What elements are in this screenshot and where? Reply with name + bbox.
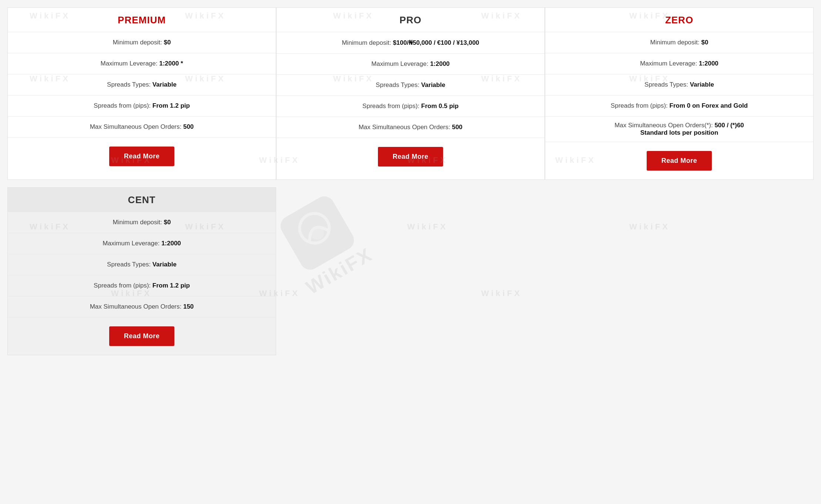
zero-spreads-types-value: Variable <box>690 81 714 88</box>
pro-card-header: PRO <box>277 8 544 32</box>
pro-max-leverage-value: 1:2000 <box>430 60 450 67</box>
cent-min-deposit-value: $0 <box>164 219 171 226</box>
zero-card: ZERO Minimum deposit: $0 Maximum Leverag… <box>545 7 814 180</box>
premium-max-orders-row: Max Simultaneous Open Orders: 500 <box>8 117 276 138</box>
pro-max-leverage-label: Maximum Leverage: <box>371 60 430 67</box>
empty-slot-1 <box>276 187 545 355</box>
cent-max-leverage-value: 1:2000 <box>161 240 181 247</box>
cent-spreads-types-row: Spreads Types: Variable <box>8 254 276 275</box>
pro-spreads-types-row: Spreads Types: Variable <box>277 75 544 96</box>
pro-max-orders-label: Max Simultaneous Open Orders: <box>359 124 452 131</box>
premium-max-orders-value: 500 <box>183 123 194 130</box>
zero-min-deposit-row: Minimum deposit: $0 <box>545 32 813 53</box>
zero-max-orders-label: Max Simultaneous Open Orders(*): <box>614 122 714 129</box>
zero-title: ZERO <box>665 14 693 26</box>
cent-read-more-button[interactable]: Read More <box>109 326 175 346</box>
zero-min-deposit-value: $0 <box>701 39 708 46</box>
zero-read-more-button[interactable]: Read More <box>647 151 712 171</box>
premium-title: PREMIUM <box>118 14 166 26</box>
cent-card: CENT Minimum deposit: $0 Maximum Leverag… <box>7 187 276 355</box>
premium-max-leverage-row: Maximum Leverage: 1:2000 * <box>8 53 276 74</box>
pro-title: PRO <box>399 14 421 26</box>
zero-max-leverage-label: Maximum Leverage: <box>640 60 699 67</box>
pro-spreads-types-value: Variable <box>421 81 445 88</box>
pro-min-deposit-label: Minimum deposit: <box>342 39 393 46</box>
pro-read-more-button[interactable]: Read More <box>378 147 443 167</box>
cent-spreads-types-value: Variable <box>153 261 177 268</box>
pro-min-deposit-row: Minimum deposit: $100/₦50,000 / €100 / ¥… <box>277 32 544 54</box>
zero-spreads-types-row: Spreads Types: Variable <box>545 74 813 95</box>
cent-max-orders-label: Max Simultaneous Open Orders: <box>90 303 183 310</box>
cent-min-deposit-row: Minimum deposit: $0 <box>8 212 276 233</box>
cent-max-leverage-row: Maximum Leverage: 1:2000 <box>8 233 276 254</box>
cent-card-header: CENT <box>8 188 276 212</box>
premium-min-deposit-label: Minimum deposit: <box>113 39 164 46</box>
premium-card: PREMIUM Minimum deposit: $0 Maximum Leve… <box>7 7 276 180</box>
cent-spreads-from-row: Spreads from (pips): From 1.2 pip <box>8 275 276 296</box>
zero-card-header: ZERO <box>545 8 813 32</box>
premium-max-leverage-label: Maximum Leverage: <box>100 60 159 67</box>
cent-card-footer: Read More <box>8 317 276 355</box>
pro-spreads-types-label: Spreads Types: <box>376 81 421 88</box>
premium-min-deposit-row: Minimum deposit: $0 <box>8 32 276 53</box>
zero-min-deposit-label: Minimum deposit: <box>650 39 701 46</box>
premium-spreads-types-label: Spreads Types: <box>107 81 153 88</box>
zero-spreads-from-value: From 0 on Forex and Gold <box>670 102 748 109</box>
cent-max-leverage-label: Maximum Leverage: <box>103 240 161 247</box>
cent-max-orders-value: 150 <box>183 303 194 310</box>
premium-spreads-from-value: From 1.2 pip <box>153 102 190 109</box>
premium-spreads-from-row: Spreads from (pips): From 1.2 pip <box>8 95 276 117</box>
pro-card: PRO Minimum deposit: $100/₦50,000 / €100… <box>276 7 545 180</box>
page-container: PREMIUM Minimum deposit: $0 Maximum Leve… <box>0 0 821 363</box>
cent-spreads-types-label: Spreads Types: <box>107 261 153 268</box>
zero-max-leverage-row: Maximum Leverage: 1:2000 <box>545 53 813 74</box>
zero-spreads-from-label: Spreads from (pips): <box>611 102 670 109</box>
top-cards-row: PREMIUM Minimum deposit: $0 Maximum Leve… <box>7 7 814 180</box>
premium-spreads-from-label: Spreads from (pips): <box>94 102 153 109</box>
cent-spreads-from-value: From 1.2 pip <box>153 282 190 289</box>
zero-max-orders-row: Max Simultaneous Open Orders(*): 500 / (… <box>545 117 813 142</box>
cent-title: CENT <box>128 194 156 205</box>
zero-max-leverage-value: 1:2000 <box>699 60 718 67</box>
premium-card-header: PREMIUM <box>8 8 276 32</box>
premium-spreads-types-value: Variable <box>153 81 177 88</box>
pro-max-orders-row: Max Simultaneous Open Orders: 500 <box>277 117 544 138</box>
empty-slot-2 <box>545 187 814 355</box>
bottom-cards-row: CENT Minimum deposit: $0 Maximum Leverag… <box>7 187 814 355</box>
cent-spreads-from-label: Spreads from (pips): <box>94 282 153 289</box>
pro-max-orders-value: 500 <box>452 124 462 131</box>
pro-spreads-from-value: From 0.5 pip <box>421 103 459 110</box>
zero-spreads-from-row: Spreads from (pips): From 0 on Forex and… <box>545 95 813 117</box>
premium-spreads-types-row: Spreads Types: Variable <box>8 74 276 95</box>
premium-card-footer: Read More <box>8 138 276 175</box>
premium-read-more-button[interactable]: Read More <box>109 147 175 166</box>
pro-max-leverage-row: Maximum Leverage: 1:2000 <box>277 54 544 75</box>
pro-spreads-from-label: Spreads from (pips): <box>362 103 421 110</box>
premium-min-deposit-value: $0 <box>164 39 171 46</box>
cent-max-orders-row: Max Simultaneous Open Orders: 150 <box>8 296 276 317</box>
premium-max-orders-label: Max Simultaneous Open Orders: <box>90 123 183 130</box>
premium-max-leverage-value: 1:2000 * <box>159 60 183 67</box>
zero-card-footer: Read More <box>545 142 813 179</box>
pro-spreads-from-row: Spreads from (pips): From 0.5 pip <box>277 96 544 117</box>
cent-min-deposit-label: Minimum deposit: <box>113 219 164 226</box>
zero-spreads-types-label: Spreads Types: <box>644 81 690 88</box>
pro-min-deposit-value: $100/₦50,000 / €100 / ¥13,000 <box>393 39 479 46</box>
pro-card-footer: Read More <box>277 138 544 175</box>
